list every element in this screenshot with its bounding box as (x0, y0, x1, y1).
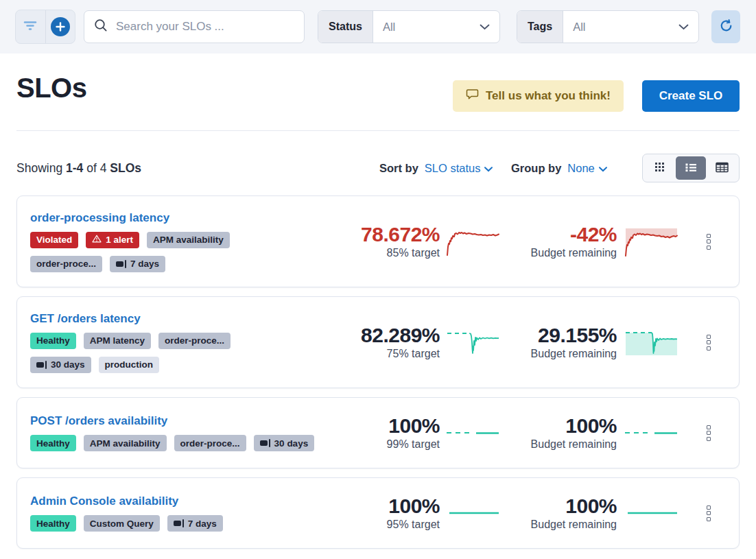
slo-title-link[interactable]: POST /orders availability (30, 414, 167, 428)
budget-percentage: -42% (500, 224, 617, 246)
grid-view-button[interactable] (645, 156, 674, 180)
showing-total-label: SLOs (110, 161, 141, 175)
status-filter-select[interactable]: Status All (318, 10, 500, 43)
status-percentage: 100% (296, 495, 440, 517)
filter-toggle-button[interactable] (16, 10, 45, 43)
kebab-menu-button[interactable] (703, 420, 714, 446)
chevron-down-icon (480, 21, 490, 33)
kebab-menu-icon (707, 234, 711, 238)
tags-filter-select[interactable]: Tags All (517, 10, 699, 43)
group-by-dropdown[interactable]: None (567, 162, 606, 175)
badge-gray[interactable]: 7 days (167, 515, 223, 532)
slo-info: GET /orders latencyHealthyAPM latencyord… (30, 312, 296, 373)
status-target-label: 99% target (296, 438, 440, 451)
group-by-control: Group by None (511, 154, 607, 182)
badge-gray[interactable]: order-proce... (30, 256, 102, 272)
badge-gray[interactable]: Custom Query (84, 515, 160, 532)
speech-bubble-icon (466, 88, 479, 104)
badge-gray[interactable]: APM latency (84, 333, 151, 349)
budget-percentage: 100% (500, 495, 617, 517)
search-icon (94, 19, 108, 35)
slo-card: order-processing latencyViolated1 alertA… (16, 195, 740, 287)
slo-status-block: 78.672%85% target (296, 224, 440, 260)
slo-status-block: 100%99% target (296, 415, 440, 451)
page-title: SLOs (16, 73, 86, 104)
badge-healthy: Healthy (30, 333, 76, 349)
grid-view-icon (654, 161, 665, 175)
warning-triangle-icon (92, 235, 102, 245)
badge-alert[interactable]: 1 alert (86, 232, 139, 248)
badge-label: order-proce... (180, 438, 240, 449)
list-view-button[interactable] (676, 156, 705, 180)
budget-remaining-label: Budget remaining (500, 348, 617, 360)
tags-filter-label: Tags (517, 11, 563, 43)
budget-percentage: 100% (500, 415, 617, 437)
badge-gray[interactable]: 7 days (110, 256, 165, 272)
showing-count: Showing 1-4 of 4 SLOs (16, 154, 141, 182)
badge-light[interactable]: production (99, 357, 160, 373)
kebab-menu-button[interactable] (703, 228, 714, 254)
badge-label: 7 days (188, 519, 217, 529)
table-view-button[interactable] (707, 156, 737, 180)
status-target-label: 85% target (296, 247, 440, 259)
budget-remaining-label: Budget remaining (500, 247, 617, 259)
slo-budget-block: 100%Budget remaining (500, 415, 617, 451)
badge-row: HealthyAPM latencyorder-proce... (30, 333, 296, 349)
slo-info: Admin Console availabilityHealthyCustom … (30, 495, 296, 532)
showing-range: 1-4 (66, 161, 83, 175)
kebab-menu-icon (707, 425, 711, 429)
badge-label: APM availability (90, 438, 161, 449)
budget-percentage: 29.155% (500, 324, 617, 346)
status-sparkline (445, 498, 500, 528)
badge-row: Violated1 alertAPM availability (30, 232, 296, 248)
badge-label: Healthy (36, 438, 70, 449)
create-slo-button[interactable]: Create SLO (642, 80, 740, 112)
slo-info: order-processing latencyViolated1 alertA… (30, 211, 296, 272)
feedback-label: Tell us what you think! (486, 89, 611, 103)
tags-filter-value: All (563, 11, 678, 43)
search-input[interactable] (115, 19, 294, 34)
badge-gray[interactable]: APM availability (84, 435, 167, 451)
plus-circle-icon (51, 17, 70, 36)
time-window-icon (260, 439, 270, 447)
slo-title-link[interactable]: order-processing latency (30, 211, 169, 225)
time-window-icon (36, 361, 47, 369)
slo-title-link[interactable]: Admin Console availability (30, 495, 178, 508)
badge-label: Healthy (36, 335, 70, 346)
refresh-icon (719, 19, 733, 35)
slo-title-link[interactable]: GET /orders latency (30, 312, 141, 326)
kebab-menu-button[interactable] (703, 500, 714, 526)
badge-label: Healthy (36, 519, 70, 529)
badge-violated: Violated (30, 232, 78, 248)
sort-by-label: Sort by (379, 162, 418, 175)
budget-sparkline (624, 418, 678, 448)
feedback-button[interactable]: Tell us what you think! (453, 80, 624, 112)
sort-by-dropdown[interactable]: SLO status (425, 162, 493, 175)
budget-remaining-label: Budget remaining (500, 519, 617, 531)
badge-gray[interactable]: 30 days (30, 357, 91, 373)
budget-sparkline (624, 226, 678, 257)
badge-label: APM availability (153, 235, 224, 245)
badge-gray[interactable]: order-proce... (174, 435, 246, 451)
kebab-menu-button[interactable] (703, 329, 714, 355)
badge-label: order-proce... (165, 335, 224, 346)
badge-label: Violated (36, 235, 72, 245)
list-controls: Showing 1-4 of 4 SLOs Sort by SLO status… (16, 154, 740, 182)
slo-budget-block: -42%Budget remaining (500, 224, 617, 260)
chevron-down-icon (678, 21, 689, 33)
refresh-button[interactable] (711, 10, 740, 43)
status-target-label: 95% target (296, 519, 440, 531)
header-divider (16, 130, 740, 131)
status-percentage: 78.672% (296, 224, 440, 246)
slo-card: Admin Console availabilityHealthyCustom … (16, 477, 740, 549)
badge-gray[interactable]: APM availability (147, 232, 230, 248)
status-filter-label: Status (318, 11, 373, 43)
slo-status-block: 82.289%75% target (296, 324, 440, 361)
card-actions (678, 329, 739, 355)
budget-remaining-label: Budget remaining (500, 438, 617, 451)
slo-card: POST /orders availabilityHealthyAPM avai… (16, 397, 740, 468)
add-filter-button[interactable] (46, 10, 75, 43)
badge-label: production (105, 359, 154, 370)
status-target-label: 75% target (296, 348, 440, 360)
badge-gray[interactable]: order-proce... (158, 333, 231, 349)
